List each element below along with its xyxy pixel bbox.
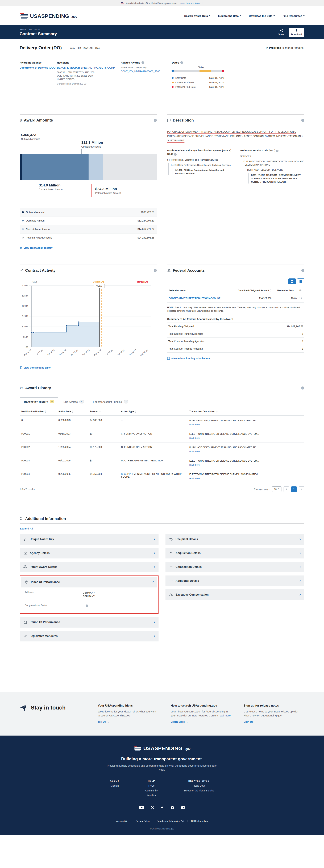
chevron-down-icon [303, 15, 304, 16]
col-percent-of-total[interactable]: Percent of Total [273, 287, 298, 294]
accordion-header[interactable]: Recipient Details [166, 534, 304, 545]
accordion-header[interactable]: Agency Details [20, 548, 158, 558]
info-icon[interactable] [154, 119, 157, 122]
info-icon[interactable] [154, 269, 157, 272]
obligated-bar[interactable] [20, 154, 89, 180]
accordion-header[interactable]: Acquisition Details [166, 548, 304, 558]
accordion-header[interactable]: Additional Details [166, 576, 304, 586]
col-modification-number[interactable]: Modification Number [20, 407, 57, 415]
sort-icon[interactable] [45, 410, 46, 413]
col-action-type[interactable]: Action Type [119, 407, 188, 415]
footer-link-bureau-fiscal-service[interactable]: Bureau of the Fiscal Service [184, 789, 214, 792]
sort-icon[interactable] [270, 289, 271, 291]
rows-per-page-select[interactable]: 10 [272, 487, 282, 492]
col-funding-agency-truncated[interactable]: Fu [298, 287, 304, 294]
parent-award-key-link[interactable]: CONT_IDV_HDTRA11800003_9700 [121, 70, 160, 73]
profile-bar: AWARD PROFILE Contract Summary Share Dow… [0, 25, 324, 39]
info-icon[interactable] [174, 153, 177, 156]
col-amount[interactable]: Amount [88, 407, 119, 415]
view-transactions-table-link[interactable]: View transactions table [20, 366, 51, 369]
potential-end-date-dot [172, 86, 174, 88]
github-link[interactable] [171, 806, 175, 810]
col-federal-account[interactable]: Federal Account [167, 287, 231, 294]
tab-federal-account-funding[interactable]: Federal Account Funding7 [89, 398, 132, 406]
info-icon[interactable] [276, 150, 278, 152]
sort-icon[interactable] [99, 410, 101, 413]
col-action-date[interactable]: Action Date [57, 407, 88, 415]
accordion-header[interactable]: Legislative Mandates [20, 631, 158, 642]
nav-search-award-data[interactable]: Search Award Data [184, 14, 210, 18]
read-more-link[interactable]: read more [219, 714, 231, 717]
outlayed-bar[interactable] [20, 154, 22, 180]
nav-download-the-data[interactable]: Download the Data [249, 14, 274, 18]
read-more-link[interactable]: read more [189, 423, 303, 426]
footer-link-fiscal-data[interactable]: Fiscal Data [184, 784, 214, 787]
sort-icon[interactable] [295, 289, 297, 291]
col-transaction-description[interactable]: Transaction Description [188, 407, 304, 415]
col-combined-obligated-amount[interactable]: Combined Obligated Amount [231, 287, 273, 294]
tell-us-link[interactable]: Tell Us → [98, 720, 109, 723]
info-icon[interactable] [180, 61, 183, 64]
previous-page-button[interactable] [284, 487, 289, 492]
awarding-agency-link[interactable]: Department of Defense (DOD) [20, 66, 56, 69]
table-view-button[interactable] [288, 278, 296, 284]
tab-sub-awards[interactable]: Sub-Awards0 [60, 398, 88, 406]
usaspending-logo[interactable]: USASPENDING .gov [20, 13, 77, 19]
treemap-view-button[interactable] [297, 278, 304, 284]
view-federal-funding-submissions-link[interactable]: View federal funding submissions [167, 357, 210, 360]
sort-icon[interactable] [135, 410, 136, 413]
award-amounts-title: Award Amounts [24, 118, 53, 123]
table-row: P00003 05/02/2025 $0 M: OTHER ADMINISTRA… [20, 456, 304, 469]
footer-link-community[interactable]: Community [145, 789, 158, 792]
page-1-button[interactable]: 1 [291, 487, 297, 492]
next-page-button[interactable] [299, 487, 304, 492]
accessibility-link[interactable]: Accessibility [113, 820, 132, 823]
facebook-link[interactable] [160, 806, 164, 810]
info-icon[interactable] [301, 386, 304, 390]
privacy-policy-link[interactable]: Privacy Policy [132, 820, 153, 823]
sort-icon[interactable] [187, 289, 188, 291]
download-button[interactable]: Download [289, 28, 304, 37]
federal-account-link[interactable]: COOPERATIVE THREAT REDUCTION ACCOUNT... [169, 297, 222, 300]
status-badge: In Progress (1 month remains) [266, 46, 304, 50]
read-more-link[interactable]: read more [189, 464, 303, 466]
sign-up-link[interactable]: Sign Up → [244, 720, 257, 723]
accordion-header[interactable]: Parent Award Details [20, 562, 158, 572]
sort-icon[interactable] [72, 410, 73, 413]
x-twitter-link[interactable] [150, 806, 154, 810]
chevron-down-icon [152, 581, 154, 582]
linkedin-link[interactable] [181, 806, 185, 810]
footer-link-faqs[interactable]: FAQs [145, 784, 158, 787]
footer-link-email-us[interactable]: Email Us [145, 794, 158, 797]
share-button[interactable]: Share [278, 29, 284, 36]
learn-more-link[interactable]: Learn More → [171, 720, 188, 723]
accordion-header[interactable]: Period Of Performance [20, 617, 158, 627]
recipient-link[interactable]: BLACK & VEATCH SPECIAL PROJECTS CORP. [57, 66, 115, 69]
accordion-header[interactable]: Executive Compensation [166, 589, 304, 600]
info-icon[interactable] [301, 269, 304, 272]
nav-find-resources[interactable]: Find Resources [283, 14, 304, 18]
accordion-unique-award-key: Unique Award Key [20, 534, 158, 545]
sort-icon[interactable] [216, 410, 217, 413]
foia-link[interactable]: Freedom of Information Act [153, 820, 188, 823]
info-icon[interactable] [301, 119, 304, 122]
accordion-header[interactable]: Unique Award Key [20, 534, 158, 545]
how-you-know-link[interactable]: Here's how you know [179, 2, 200, 4]
youtube-link[interactable] [139, 806, 144, 810]
footer-logo[interactable]: USASPENDING .gov [134, 746, 190, 751]
accordion-header[interactable]: Place Of Performance [21, 577, 157, 587]
accordion-header[interactable]: Competition Details [166, 562, 304, 572]
expand-all-link[interactable]: Expand All [20, 527, 33, 530]
contract-activity-chart[interactable]: $30 M $25 M $20 M $15 M $10 M $5 M $0 [20, 278, 155, 365]
view-transaction-history-link[interactable]: View Transaction History [20, 247, 53, 249]
accordion-executive-compensation: Executive Compensation [166, 589, 304, 600]
read-more-link[interactable]: read more [189, 477, 303, 479]
info-icon[interactable] [86, 604, 88, 607]
nav-explore-the-data[interactable]: Explore the Data [218, 14, 241, 18]
footer-link-mission[interactable]: Mission [110, 784, 119, 787]
read-more-link[interactable]: read more [189, 450, 303, 453]
info-icon[interactable] [142, 61, 144, 64]
tab-transaction-history[interactable]: Transaction History5 [20, 397, 58, 406]
read-more-link[interactable]: read more [189, 437, 303, 439]
dnb-information-link[interactable]: D&B Information [188, 820, 211, 823]
